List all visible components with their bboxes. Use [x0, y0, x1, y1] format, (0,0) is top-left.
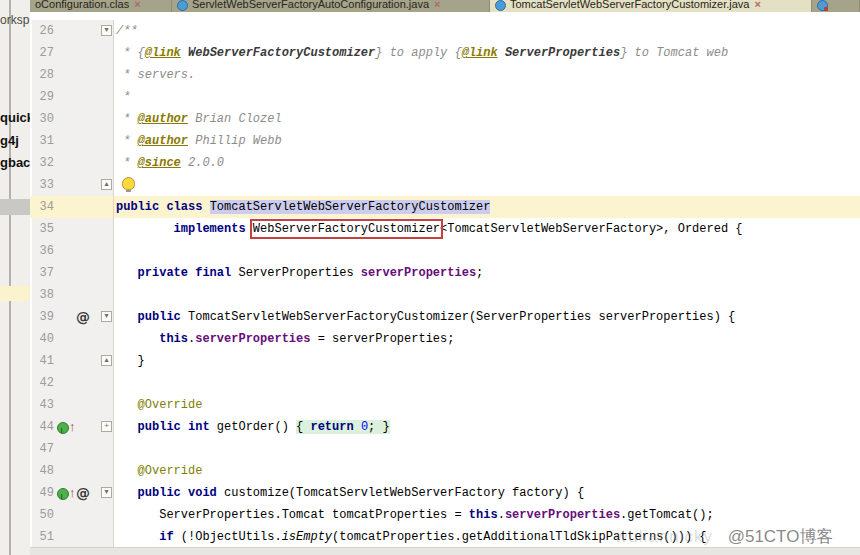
- close-tab-icon[interactable]: ×: [754, 0, 760, 11]
- code-line[interactable]: 41▴ }: [30, 350, 860, 372]
- gutter-icons: [54, 152, 100, 174]
- code-text: * @author Brian Clozel: [114, 108, 860, 130]
- project-tree-item[interactable]: gbac: [0, 155, 30, 170]
- code-line[interactable]: 37 private final ServerProperties server…: [30, 262, 860, 284]
- editor-tab[interactable]: [812, 0, 860, 12]
- code-line[interactable]: 38: [30, 284, 860, 306]
- at-annotation-gutter-icon[interactable]: @: [76, 482, 90, 504]
- fold-column: [100, 196, 114, 218]
- line-number: 27: [32, 42, 54, 64]
- code-token: @author: [138, 112, 188, 126]
- code-token: }: [116, 354, 145, 368]
- code-token: getOrder(): [217, 420, 296, 434]
- editor-tab[interactable]: ServletWebServerFactoryAutoConfiguration…: [172, 0, 490, 12]
- code-token: public void: [138, 486, 224, 500]
- line-number: 51: [32, 526, 54, 548]
- code-line[interactable]: 26▾/**: [30, 20, 860, 42]
- code-line[interactable]: 48 @Override: [30, 460, 860, 482]
- code-line[interactable]: 50 ServerProperties.Tomcat tomcatPropert…: [30, 504, 860, 526]
- code-line[interactable]: 42: [30, 372, 860, 394]
- code-token: [116, 398, 138, 412]
- project-tree-item[interactable]: g4j: [0, 133, 19, 148]
- code-text: public class TomcatServletWebServerFacto…: [114, 196, 860, 218]
- code-token: [116, 222, 174, 236]
- code-token: *: [116, 134, 138, 148]
- code-line[interactable]: 51 if (!ObjectUtils.isEmpty(tomcatProper…: [30, 526, 860, 548]
- intention-bulb-icon[interactable]: [122, 177, 135, 190]
- code-text: /**: [114, 20, 860, 42]
- code-line[interactable]: 33▴: [30, 174, 860, 196]
- code-line[interactable]: 29 *: [30, 86, 860, 108]
- code-line[interactable]: 31 * @author Phillip Webb: [30, 130, 860, 152]
- code-token: ServerProperties: [238, 266, 360, 280]
- tab-label: oConfiguration.clas: [35, 0, 129, 11]
- code-token: <TomcatServletWebServerFactory>, Ordered…: [440, 222, 742, 236]
- code-token: public: [138, 310, 188, 324]
- code-line[interactable]: 40 this.serverProperties = serverPropert…: [30, 328, 860, 350]
- fold-marker-icon[interactable]: ▾: [101, 25, 112, 36]
- fold-marker-icon[interactable]: +: [101, 421, 112, 432]
- code-token: ; }: [368, 420, 390, 434]
- fold-column: [100, 108, 114, 130]
- fold-marker-icon[interactable]: ▾: [101, 311, 112, 322]
- code-token: 2.0.0: [181, 156, 224, 170]
- java-class-icon: [177, 0, 188, 11]
- code-token: implements: [174, 222, 253, 236]
- line-number: 36: [32, 240, 54, 262]
- line-number: 47: [32, 438, 54, 460]
- at-annotation-gutter-icon[interactable]: @: [76, 306, 90, 328]
- editor-tab[interactable]: oConfiguration.clas×: [30, 0, 172, 12]
- java-class-icon: [817, 0, 828, 11]
- code-line[interactable]: 47: [30, 438, 860, 460]
- project-tree-highlight-row[interactable]: [0, 286, 30, 301]
- editor-tab[interactable]: TomcatServletWebServerFactoryCustomizer.…: [490, 0, 812, 12]
- code-text: * servers.: [114, 64, 860, 86]
- code-text: [114, 240, 860, 262]
- code-line[interactable]: 32 * @since 2.0.0: [30, 152, 860, 174]
- close-tab-icon[interactable]: ×: [134, 0, 140, 11]
- code-token: serverProperties: [361, 266, 476, 280]
- code-editor[interactable]: 26▾/**27 * {@link WebServerFactoryCustom…: [30, 12, 860, 548]
- code-line[interactable]: 39@▾ public TomcatServletWebServerFactor…: [30, 306, 860, 328]
- gutter-icons: [54, 284, 100, 306]
- gutter-icons: ↑: [54, 416, 100, 438]
- line-number: 39: [32, 306, 54, 328]
- code-line[interactable]: 36: [30, 240, 860, 262]
- code-line[interactable]: 43 @Override: [30, 394, 860, 416]
- line-number: 41: [32, 350, 54, 372]
- code-text: * {@link WebServerFactoryCustomizer} to …: [114, 42, 860, 64]
- project-tree-selected-row[interactable]: [0, 199, 30, 215]
- code-token: Phillip Webb: [188, 134, 282, 148]
- fold-column: [100, 152, 114, 174]
- code-text: public TomcatServletWebServerFactoryCust…: [114, 306, 860, 328]
- fold-marker-icon[interactable]: ▴: [101, 355, 112, 366]
- line-number: 38: [32, 284, 54, 306]
- code-line[interactable]: 44↑+ public int getOrder() { return 0; }: [30, 416, 860, 438]
- fold-marker-icon[interactable]: ▴: [101, 179, 112, 190]
- project-panel[interactable]: orkspquickg4jgbac: [0, 0, 31, 555]
- project-panel-divider: [9, 0, 11, 555]
- code-token: .: [498, 508, 505, 522]
- fold-column: +: [100, 416, 114, 438]
- code-token: [181, 46, 188, 60]
- code-token: [116, 464, 138, 478]
- close-tab-icon[interactable]: ×: [434, 0, 440, 11]
- line-number: 33: [32, 174, 54, 196]
- fold-marker-icon[interactable]: ▾: [101, 487, 112, 498]
- project-tree-item[interactable]: quick: [0, 110, 31, 125]
- code-line[interactable]: 34public class TomcatServletWebServerFac…: [30, 196, 860, 218]
- code-token: WebServerFactoryCustomizer: [253, 222, 440, 236]
- code-line[interactable]: 35 implements WebServerFactoryCustomizer…: [30, 218, 860, 240]
- implements-method-gutter-icon[interactable]: [57, 488, 69, 500]
- code-text: implements WebServerFactoryCustomizer<To…: [114, 218, 860, 240]
- implements-method-gutter-icon[interactable]: [57, 422, 69, 434]
- horizontal-scrollbar[interactable]: [30, 547, 860, 555]
- project-tree-item[interactable]: orksp: [0, 13, 29, 27]
- code-text: ServerProperties.Tomcat tomcatProperties…: [114, 504, 860, 526]
- code-line[interactable]: 28 * servers.: [30, 64, 860, 86]
- code-line[interactable]: 49↑@▾ public void customize(TomcatServle…: [30, 482, 860, 504]
- code-line[interactable]: 30 * @author Brian Clozel: [30, 108, 860, 130]
- gutter-icons: [54, 64, 100, 86]
- line-number: 42: [32, 372, 54, 394]
- code-line[interactable]: 27 * {@link WebServerFactoryCustomizer} …: [30, 42, 860, 64]
